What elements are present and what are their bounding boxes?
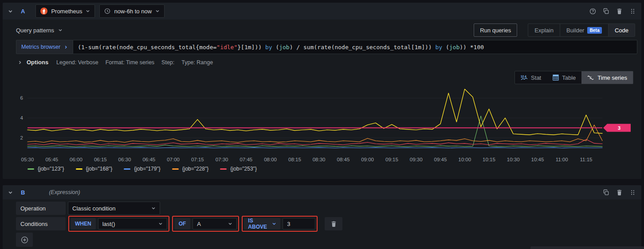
svg-text:12.4: 12.4 bbox=[521, 75, 526, 78]
drag-handle-icon[interactable] bbox=[629, 8, 636, 15]
legend-label: {job="228"} bbox=[182, 166, 209, 172]
svg-text:09:00: 09:00 bbox=[361, 157, 374, 162]
option-format: Format: Time series bbox=[106, 59, 154, 66]
table-icon bbox=[553, 74, 559, 81]
remove-condition-button[interactable] bbox=[325, 217, 342, 230]
svg-text:06:15: 06:15 bbox=[94, 157, 107, 162]
expression-b-header: B (Expression) bbox=[3, 185, 641, 199]
clock-icon bbox=[104, 8, 110, 14]
of-highlight-box: OF A bbox=[172, 216, 240, 232]
viz-timeseries-button[interactable]: Time series bbox=[581, 71, 633, 84]
metrics-browser-button[interactable]: Metrics browser bbox=[16, 40, 73, 54]
chevron-right-icon bbox=[64, 45, 68, 49]
drag-handle-icon[interactable] bbox=[629, 189, 636, 196]
legend-label: {job="179"} bbox=[134, 166, 161, 172]
legend-item[interactable]: {job="123"} bbox=[27, 166, 64, 172]
svg-text:08:45: 08:45 bbox=[337, 157, 350, 162]
chevron-down-icon bbox=[158, 222, 163, 226]
svg-text:06:45: 06:45 bbox=[142, 157, 155, 162]
chevron-down-icon bbox=[58, 28, 63, 32]
query-editor-input[interactable]: (1-sum(rate(node_cpu_seconds_total{mode=… bbox=[73, 40, 637, 54]
chevron-right-icon bbox=[18, 60, 22, 65]
query-options-row[interactable]: Options Legend: Verbose Format: Time ser… bbox=[18, 59, 220, 66]
of-label: OF bbox=[174, 218, 191, 230]
viz-stat-button[interactable]: 12.4 Stat bbox=[515, 71, 547, 84]
builder-mode-button[interactable]: Builder Beta bbox=[560, 24, 608, 36]
chart-legend: {job="123"}{job="168"}{job="179"}{job="2… bbox=[27, 166, 257, 172]
duplicate-icon[interactable] bbox=[603, 189, 609, 196]
svg-text:05:45: 05:45 bbox=[45, 157, 58, 162]
legend-item[interactable]: {job="253"} bbox=[220, 166, 257, 172]
query-panel-a: A Prometheus now-6h to now bbox=[3, 3, 641, 179]
svg-text:09:45: 09:45 bbox=[434, 157, 447, 162]
option-type: Type: Range bbox=[181, 59, 213, 66]
trash-icon[interactable] bbox=[616, 189, 623, 196]
query-ref-select[interactable]: A bbox=[192, 218, 237, 230]
add-condition-button[interactable] bbox=[16, 233, 33, 247]
query-a-header: A Prometheus now-6h to now bbox=[3, 3, 641, 19]
operation-select[interactable]: Classic condition bbox=[68, 202, 160, 215]
legend-item[interactable]: {job="179"} bbox=[124, 166, 161, 172]
svg-text:09:30: 09:30 bbox=[410, 157, 423, 162]
query-editor-row: Metrics browser (1-sum(rate(node_cpu_sec… bbox=[16, 40, 637, 54]
chevron-down-icon[interactable] bbox=[8, 9, 13, 14]
beta-badge: Beta bbox=[587, 27, 601, 34]
svg-text:07:30: 07:30 bbox=[216, 157, 228, 162]
svg-text:2: 2 bbox=[20, 135, 23, 140]
chevron-down-icon bbox=[86, 9, 90, 13]
reducer-function-select[interactable]: last() bbox=[98, 218, 167, 230]
trash-icon bbox=[330, 221, 337, 227]
legend-swatch bbox=[76, 168, 82, 170]
evaluator-select[interactable]: IS ABOVE bbox=[244, 218, 280, 230]
svg-text:10:15: 10:15 bbox=[483, 157, 495, 162]
svg-text:06:00: 06:00 bbox=[70, 157, 82, 162]
svg-text:08:30: 08:30 bbox=[313, 157, 326, 162]
collapsed-panel-edge[interactable] bbox=[530, 246, 644, 249]
svg-text:09:15: 09:15 bbox=[385, 157, 398, 162]
chevron-down-icon[interactable] bbox=[8, 190, 13, 195]
svg-text:07:00: 07:00 bbox=[167, 157, 180, 162]
viz-table-button[interactable]: Table bbox=[547, 71, 581, 84]
time-series-chart[interactable]: 24605:3005:4506:0006:1506:3006:4507:0007… bbox=[3, 85, 641, 165]
chevron-down-icon bbox=[155, 9, 160, 13]
legend-item[interactable]: {job="228"} bbox=[172, 166, 209, 172]
run-queries-button[interactable]: Run queries bbox=[474, 23, 517, 37]
legend-swatch bbox=[124, 168, 130, 170]
svg-text:08:00: 08:00 bbox=[264, 157, 277, 162]
datasource-picker[interactable]: Prometheus bbox=[35, 4, 95, 18]
query-text: (1-sum(rate(node_cpu_seconds_total{mode=… bbox=[78, 44, 484, 51]
query-patterns-dropdown[interactable]: Query patterns bbox=[16, 27, 63, 34]
trash-icon[interactable] bbox=[616, 8, 623, 15]
option-step: Step: bbox=[161, 59, 174, 66]
visualization-toggle: 12.4 Stat Table Time series bbox=[514, 71, 633, 84]
query-a-actions bbox=[589, 8, 636, 15]
legend-label: {job="253"} bbox=[230, 166, 257, 172]
svg-text:11:00: 11:00 bbox=[556, 157, 568, 162]
duplicate-icon[interactable] bbox=[603, 8, 609, 15]
chevron-down-icon bbox=[272, 222, 276, 226]
svg-text:07:15: 07:15 bbox=[191, 157, 204, 162]
svg-text:3: 3 bbox=[618, 125, 620, 131]
legend-item[interactable]: {job="168"} bbox=[76, 166, 113, 172]
evaluator-highlight-box: IS ABOVE bbox=[242, 216, 318, 232]
datasource-name: Prometheus bbox=[51, 8, 82, 15]
legend-swatch bbox=[172, 168, 179, 170]
expression-ref-label: B bbox=[21, 189, 25, 196]
time-range-value: now-6h to now bbox=[114, 8, 152, 15]
svg-text:07:45: 07:45 bbox=[240, 157, 252, 162]
svg-text:11:15: 11:15 bbox=[580, 157, 593, 162]
options-label: Options bbox=[27, 59, 48, 66]
expression-b-actions bbox=[603, 189, 636, 196]
explain-toggle[interactable]: Explain bbox=[528, 24, 560, 36]
time-range-picker[interactable]: now-6h to now bbox=[99, 4, 165, 18]
legend-label: {job="123"} bbox=[38, 166, 64, 172]
code-mode-button[interactable]: Code bbox=[608, 24, 635, 36]
expression-subtitle: (Expression) bbox=[49, 189, 80, 195]
option-legend: Legend: Verbose bbox=[56, 59, 98, 66]
expression-panel-b: B (Expression) Operation Classic conditi… bbox=[3, 185, 641, 249]
conditions-label: Conditions bbox=[16, 217, 66, 230]
svg-text:05:30: 05:30 bbox=[21, 157, 34, 162]
svg-text:10:00: 10:00 bbox=[458, 157, 471, 162]
help-icon[interactable] bbox=[589, 8, 596, 15]
threshold-value-input[interactable] bbox=[283, 218, 315, 230]
